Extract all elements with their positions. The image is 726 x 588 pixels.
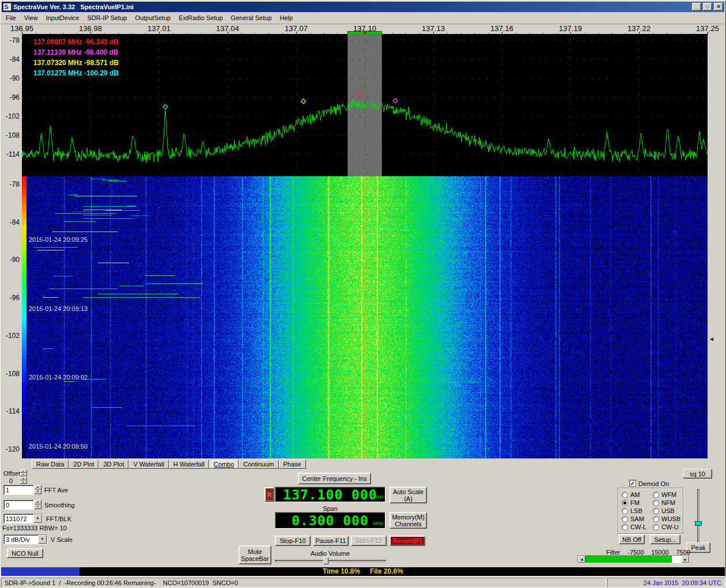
radio-nfm[interactable] bbox=[653, 500, 659, 506]
radio-fm[interactable] bbox=[622, 500, 628, 506]
smoothing-input[interactable] bbox=[3, 500, 34, 510]
scroll-left-arrow[interactable] bbox=[578, 556, 585, 563]
span-unit: MHz bbox=[373, 521, 384, 526]
menu-item-help[interactable]: Help bbox=[276, 13, 297, 23]
dropdown-arrow-icon[interactable] bbox=[33, 514, 42, 523]
app-icon-v: v bbox=[7, 3, 10, 10]
marker-readout: 137.01275 MHz -100.29 dB bbox=[33, 68, 119, 78]
spectrum-db-label: -78 bbox=[0, 36, 20, 44]
close-button[interactable] bbox=[714, 3, 723, 11]
radio-lsb[interactable] bbox=[622, 508, 628, 514]
tab-phase[interactable]: Phase bbox=[279, 460, 306, 469]
waterfall-db-label: -108 bbox=[0, 370, 20, 378]
pause-button[interactable]: Pause-F11 bbox=[313, 536, 349, 546]
setup-button[interactable]: Setup... bbox=[650, 534, 680, 544]
squelch-slider[interactable] bbox=[694, 489, 702, 545]
tab-continuum[interactable]: Continuum bbox=[239, 460, 278, 469]
radio-wfm[interactable] bbox=[653, 492, 659, 498]
slider-thumb[interactable] bbox=[323, 557, 328, 564]
offset-spinner-upper[interactable] bbox=[20, 469, 27, 476]
menu-item-outputsetup[interactable]: OutputSetup bbox=[131, 13, 175, 23]
center-frequency-button[interactable]: Center Frequency - Ins bbox=[298, 473, 371, 484]
radio-cw-l[interactable] bbox=[622, 524, 628, 530]
left-arrow-icon bbox=[709, 336, 714, 342]
mute-button[interactable]: Mute SpaceBar bbox=[239, 545, 271, 564]
titlebar[interactable]: Sv SpectraVue Ver. 3.32 SpectraVueIP1.in… bbox=[2, 2, 724, 12]
frequency-display[interactable]: 137.100 000 MHz bbox=[275, 487, 385, 502]
mode-radio-cw-l[interactable]: CW-L bbox=[622, 523, 646, 531]
auto-scale-button[interactable]: Auto Scale (A) bbox=[390, 487, 427, 503]
tab-h-waterfall[interactable]: H Waterfall bbox=[169, 460, 209, 469]
stop-button[interactable]: Stop-F10 bbox=[275, 536, 311, 546]
menu-item-extradio-setup[interactable]: ExtRadio Setup bbox=[175, 13, 226, 23]
mode-radio-lsb[interactable]: LSB bbox=[622, 507, 646, 515]
squelch-display[interactable]: sq 10 bbox=[683, 469, 712, 479]
mode-radio-sam[interactable]: SAM bbox=[622, 515, 646, 523]
waterfall-db-label: -84 bbox=[0, 218, 20, 226]
waterfall-db-label: -96 bbox=[0, 294, 20, 302]
frequency-unit: MHz bbox=[373, 494, 384, 500]
mode-radio-nfm[interactable]: NFM bbox=[653, 499, 680, 507]
minimize-button[interactable] bbox=[692, 3, 701, 11]
menu-item-general-setup[interactable]: General Setup bbox=[227, 13, 276, 23]
radio-wusb[interactable] bbox=[653, 516, 659, 522]
tab-v-waterfall[interactable]: V Waterfall bbox=[128, 460, 168, 469]
filter-slider[interactable] bbox=[577, 555, 690, 563]
mode-radio-wfm[interactable]: WFM bbox=[653, 491, 680, 499]
menu-item-view[interactable]: View bbox=[20, 13, 42, 23]
waterfall-offset-arrow[interactable] bbox=[709, 336, 714, 342]
r-button[interactable]: R bbox=[264, 487, 274, 502]
start-button[interactable]: Start-F12 bbox=[351, 536, 387, 546]
slider-track bbox=[275, 560, 386, 562]
fft-blk-select[interactable]: 131072 bbox=[3, 514, 43, 523]
mode-radio-fm[interactable]: FM bbox=[622, 499, 646, 507]
demod-on-label: Demod On bbox=[638, 480, 669, 487]
audio-volume-slider[interactable] bbox=[275, 557, 386, 565]
demod-on-checkbox[interactable] bbox=[629, 480, 636, 487]
up-arrow-icon bbox=[36, 485, 39, 488]
menu-item-inputdevice[interactable]: InputDevice bbox=[41, 13, 83, 23]
span-display[interactable]: 0.300 000 MHz bbox=[275, 512, 385, 529]
progress-text: Time 10.8% File 20.6% bbox=[1, 567, 725, 576]
fft-ave-spinner[interactable] bbox=[34, 485, 41, 494]
app-icon: Sv bbox=[3, 3, 12, 11]
offset-spinner-lower[interactable] bbox=[20, 477, 27, 484]
radio-sam[interactable] bbox=[622, 516, 628, 522]
radio-usb[interactable] bbox=[653, 508, 659, 514]
maximize-button[interactable] bbox=[703, 3, 712, 11]
fs-rbw-label: Fs=1333333 RBW= 10 bbox=[2, 525, 67, 532]
smoothing-spinner[interactable] bbox=[34, 500, 41, 509]
mode-radio-cw-u[interactable]: CW-U bbox=[653, 523, 680, 531]
down-arrow-icon bbox=[22, 473, 25, 476]
mode-radio-wusb[interactable]: WUSB bbox=[653, 515, 680, 523]
spectrum-db-label: -96 bbox=[0, 93, 20, 101]
smoothing-label: Smoothing bbox=[44, 502, 75, 509]
nb-button[interactable]: NB Off bbox=[619, 534, 645, 544]
radio-am[interactable] bbox=[622, 492, 628, 498]
menu-item-sdr-ip-setup[interactable]: SDR-IP Setup bbox=[83, 13, 131, 23]
scroll-right-arrow[interactable] bbox=[682, 556, 689, 563]
tab-2d-plot[interactable]: 2D Plot bbox=[69, 460, 99, 469]
tab-combo[interactable]: Combo bbox=[209, 460, 239, 469]
memory-channels-button[interactable]: Memory(M) Channels bbox=[390, 512, 427, 529]
nco-null-button[interactable]: NCO Null bbox=[7, 548, 43, 558]
waterfall-db-label: -102 bbox=[0, 332, 20, 340]
spectrum-db-label: -108 bbox=[0, 131, 20, 139]
waterfall-canvas[interactable] bbox=[27, 176, 708, 458]
fft-ave-input[interactable] bbox=[3, 485, 34, 495]
spectrum-plot-canvas[interactable] bbox=[22, 34, 708, 176]
tab-raw-data[interactable]: Raw Data bbox=[32, 460, 69, 469]
slider-thumb[interactable] bbox=[695, 521, 702, 526]
audio-volume-label: Audio Volume bbox=[275, 550, 385, 557]
mode-radio-usb[interactable]: USB bbox=[653, 507, 680, 515]
record-button[interactable]: Record|F| bbox=[390, 536, 425, 546]
v-scale-value: 3 dB/Div bbox=[4, 536, 38, 543]
tab-3d-plot[interactable]: 3D Plot bbox=[99, 460, 128, 469]
dropdown-arrow-icon[interactable] bbox=[38, 535, 47, 544]
v-scale-select[interactable]: 3 dB/Div bbox=[3, 534, 47, 544]
mode-radio-am[interactable]: AM bbox=[622, 491, 646, 499]
radio-cw-u[interactable] bbox=[653, 524, 659, 530]
menu-item-file[interactable]: File bbox=[2, 13, 20, 23]
window-title: SpectraVue Ver. 3.32 SpectraVueIP1.ini bbox=[13, 3, 690, 10]
statusbar: SDR-IP->Sound 1 / -Recording 00:26:46 Re… bbox=[0, 576, 726, 588]
